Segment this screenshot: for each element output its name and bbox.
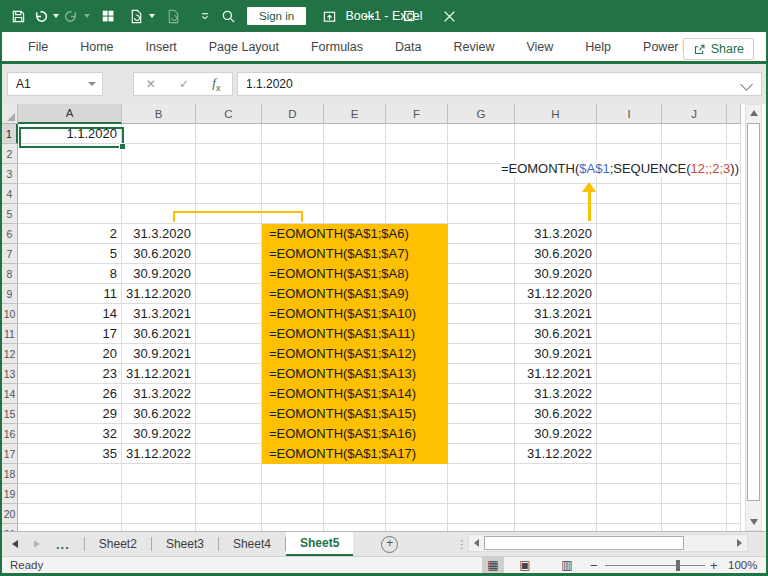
grid-cell[interactable] [448, 204, 515, 224]
grid-cell[interactable] [597, 384, 662, 404]
vertical-scrollbar-thumb[interactable] [747, 123, 760, 501]
grid-cell[interactable] [727, 484, 741, 504]
row-header-8[interactable]: 8 [2, 264, 18, 284]
grid-cell[interactable] [18, 204, 122, 224]
grid-cell[interactable] [662, 124, 727, 144]
grid-cell[interactable] [122, 504, 196, 524]
previous-sheet-icon[interactable] [12, 540, 18, 548]
grid-cell[interactable] [448, 264, 515, 284]
grid-cell[interactable] [122, 184, 196, 204]
grid-cell[interactable] [122, 164, 196, 184]
grid-cell[interactable] [727, 424, 741, 444]
grid-cell[interactable] [122, 124, 196, 144]
row-header-11[interactable]: 11 [2, 324, 18, 344]
grid-cell[interactable] [18, 484, 122, 504]
formula-input[interactable]: 1.1.2020 [237, 72, 762, 96]
grid-cell[interactable] [597, 284, 662, 304]
column-header-F[interactable]: F [386, 104, 448, 124]
formula-cell-D16[interactable]: =EOMONTH($A$1;$A16) [262, 424, 448, 444]
cell-A13[interactable]: 23 [18, 364, 122, 384]
grid-cell[interactable] [597, 304, 662, 324]
cell-H8[interactable]: 30.9.2020 [515, 264, 597, 284]
grid-cell[interactable] [448, 324, 515, 344]
new-sheet-button[interactable]: + [381, 536, 398, 553]
grid-cell[interactable] [597, 504, 662, 524]
row-header-19[interactable]: 19 [2, 484, 18, 504]
grid-cell[interactable] [448, 284, 515, 304]
grid-cell[interactable] [386, 504, 448, 524]
sheet-tab-sheet5-active[interactable]: Sheet5 [286, 532, 353, 556]
cell-B7[interactable]: 30.6.2020 [122, 244, 196, 264]
ribbon-tab-view[interactable]: View [510, 40, 569, 54]
grid-cell[interactable] [324, 484, 386, 504]
insert-function-icon[interactable]: fx [212, 75, 220, 93]
scroll-right-icon[interactable] [737, 539, 742, 547]
cell-A10[interactable]: 14 [18, 304, 122, 324]
grid-cell[interactable] [727, 444, 741, 464]
grid-cell[interactable] [597, 344, 662, 364]
grid-cell[interactable] [448, 524, 515, 531]
grid-cell[interactable] [662, 284, 727, 304]
grid-cell[interactable] [196, 164, 262, 184]
row-header-1[interactable]: 1 [2, 124, 18, 144]
grid-cell[interactable] [196, 444, 262, 464]
grid-cell[interactable] [196, 344, 262, 364]
row-header-15[interactable]: 15 [2, 404, 18, 424]
grid-cell[interactable] [662, 184, 727, 204]
cell-H16[interactable]: 30.9.2022 [515, 424, 597, 444]
cancel-icon[interactable]: ✕ [146, 77, 156, 91]
grid-cell[interactable] [122, 144, 196, 164]
sheet-tab-sheet3[interactable]: Sheet3 [152, 532, 218, 556]
cell-H17[interactable]: 31.12.2022 [515, 444, 597, 464]
cell-A16[interactable]: 32 [18, 424, 122, 444]
grid-cell[interactable] [262, 184, 324, 204]
grid-cell[interactable] [662, 324, 727, 344]
grid-cell[interactable] [122, 524, 196, 531]
grid-cell[interactable] [597, 204, 662, 224]
document-refresh-icon[interactable] [126, 6, 146, 26]
vertical-scrollbar[interactable] [745, 104, 762, 531]
formula-cell-D6[interactable]: =EOMONTH($A$1;$A6) [262, 224, 448, 244]
grid-cell[interactable] [196, 324, 262, 344]
grid-cell[interactable] [324, 144, 386, 164]
ribbon-tab-page-layout[interactable]: Page Layout [193, 40, 295, 54]
more-sheets-button[interactable]: ... [56, 537, 70, 552]
grid-cell[interactable] [196, 524, 262, 531]
cell-B11[interactable]: 30.6.2021 [122, 324, 196, 344]
maximize-icon[interactable] [392, 3, 426, 29]
column-header-J[interactable]: J [662, 104, 727, 124]
grid-cell[interactable] [386, 144, 448, 164]
row-header-10[interactable]: 10 [2, 304, 18, 324]
cell-H13[interactable]: 31.12.2021 [515, 364, 597, 384]
grid-cell[interactable] [662, 384, 727, 404]
row-header-14[interactable]: 14 [2, 384, 18, 404]
name-box-dropdown-icon[interactable] [88, 82, 96, 86]
column-header-G[interactable]: G [448, 104, 515, 124]
grid-cell[interactable] [515, 504, 597, 524]
grid-cell[interactable] [597, 424, 662, 444]
cell-A6[interactable]: 2 [18, 224, 122, 244]
grid-cell[interactable] [386, 204, 448, 224]
column-header-A[interactable]: A [18, 104, 122, 124]
grid-cell[interactable] [662, 364, 727, 384]
row-header-6[interactable]: 6 [2, 224, 18, 244]
grid-cell[interactable] [662, 444, 727, 464]
grid-cell[interactable] [448, 224, 515, 244]
formula-cell-D8[interactable]: =EOMONTH($A$1;$A8) [262, 264, 448, 284]
grid-cell[interactable] [196, 424, 262, 444]
grid-cell[interactable] [324, 124, 386, 144]
row-header-12[interactable]: 12 [2, 344, 18, 364]
grid-icon[interactable] [98, 6, 118, 26]
search-icon[interactable] [215, 3, 241, 29]
page-break-preview-icon[interactable]: ▥ [556, 557, 578, 573]
grid-cell[interactable] [196, 404, 262, 424]
enter-icon[interactable]: ✓ [179, 77, 189, 91]
formula-cell-D10[interactable]: =EOMONTH($A$1;$A10) [262, 304, 448, 324]
grid-cell[interactable] [386, 484, 448, 504]
ribbon-tab-review[interactable]: Review [437, 40, 510, 54]
row-header-18[interactable]: 18 [2, 464, 18, 484]
grid-cell[interactable] [597, 524, 662, 531]
grid-cell[interactable] [727, 404, 741, 424]
cell-H9[interactable]: 31.12.2020 [515, 284, 597, 304]
cell-B17[interactable]: 31.12.2022 [122, 444, 196, 464]
